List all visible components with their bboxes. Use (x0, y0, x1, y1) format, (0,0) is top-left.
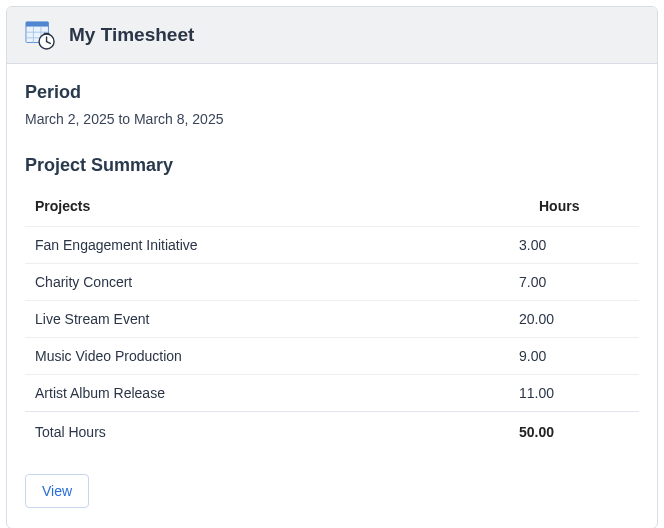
period-heading: Period (25, 82, 639, 103)
project-summary-table: Projects Hours Fan Engagement Initiative… (25, 190, 639, 450)
project-hours: 20.00 (509, 301, 639, 338)
project-name: Charity Concert (25, 264, 509, 301)
project-name: Fan Engagement Initiative (25, 227, 509, 264)
card-body: Period March 2, 2025 to March 8, 2025 Pr… (7, 64, 657, 528)
project-hours: 11.00 (509, 375, 639, 412)
project-hours: 9.00 (509, 338, 639, 375)
table-row: Live Stream Event 20.00 (25, 301, 639, 338)
total-row: Total Hours 50.00 (25, 412, 639, 451)
summary-heading: Project Summary (25, 155, 639, 176)
table-row: Artist Album Release 11.00 (25, 375, 639, 412)
table-row: Charity Concert 7.00 (25, 264, 639, 301)
svg-rect-1 (26, 22, 49, 27)
timesheet-card: My Timesheet Period March 2, 2025 to Mar… (6, 6, 658, 528)
total-value: 50.00 (509, 412, 639, 451)
card-header: My Timesheet (7, 7, 657, 64)
view-button[interactable]: View (25, 474, 89, 508)
project-name: Artist Album Release (25, 375, 509, 412)
period-text: March 2, 2025 to March 8, 2025 (25, 111, 639, 127)
svg-rect-7 (44, 33, 50, 35)
card-title: My Timesheet (69, 24, 194, 46)
project-name: Music Video Production (25, 338, 509, 375)
table-row: Fan Engagement Initiative 3.00 (25, 227, 639, 264)
project-hours: 7.00 (509, 264, 639, 301)
project-name: Live Stream Event (25, 301, 509, 338)
table-row: Music Video Production 9.00 (25, 338, 639, 375)
project-hours: 3.00 (509, 227, 639, 264)
col-header-hours: Hours (509, 190, 639, 227)
total-label: Total Hours (25, 412, 509, 451)
col-header-projects: Projects (25, 190, 509, 227)
timesheet-icon (25, 20, 55, 50)
